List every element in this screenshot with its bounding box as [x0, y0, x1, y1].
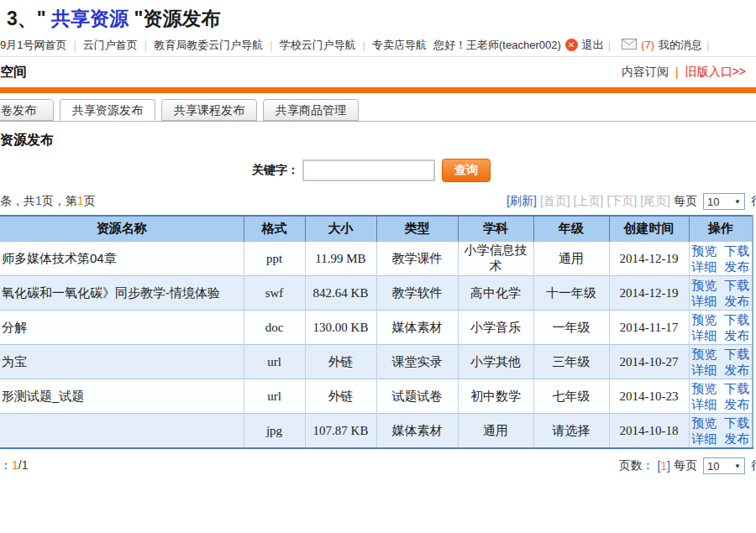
title-suffix: "资源发布: [129, 8, 220, 29]
detail-link[interactable]: 详细: [691, 431, 717, 447]
banner-separator: |: [675, 65, 679, 79]
download-link[interactable]: 下载: [724, 346, 749, 362]
table-row: 分解 doc 130.00 KB 媒体素材 小学音乐 一年级 2014-11-1…: [0, 311, 753, 345]
chevron-down-icon: ▼: [734, 462, 741, 470]
per-page-select[interactable]: 10▼: [703, 193, 745, 210]
current-page-number: 1: [12, 458, 18, 472]
search-bar: 关键字： 查询: [0, 156, 756, 185]
per-page-select-bottom[interactable]: 10▼: [703, 457, 745, 474]
preview-link[interactable]: 预览: [691, 380, 717, 396]
cell-grade: 一年级: [533, 311, 609, 345]
keyword-input[interactable]: [302, 159, 435, 181]
pager-summary-text: 条，共: [0, 194, 35, 207]
cell-name: 为宝: [0, 345, 244, 379]
detail-link[interactable]: 详细: [691, 327, 717, 343]
nav-link-portal[interactable]: 云门户首页: [76, 38, 144, 53]
preview-link[interactable]: 预览: [691, 243, 717, 259]
pager-top-controls: [刷新] [首页][上页][下页][尾页] 每页 10▼ 行: [507, 193, 756, 210]
cell-subject: 小学其他: [458, 345, 533, 379]
cell-subject: 初中数学: [458, 379, 533, 414]
cell-size: 842.64 KB: [305, 276, 376, 311]
tab-shared-goods-manage[interactable]: 共享商品管理: [263, 99, 359, 121]
detail-link[interactable]: 详细: [691, 259, 717, 274]
mail-icon: [622, 39, 637, 52]
refresh-link[interactable]: [刷新]: [507, 194, 537, 209]
preview-link[interactable]: 预览: [691, 277, 717, 293]
col-resource-name: 资源名称: [0, 216, 244, 242]
cell-grade: 通用: [533, 242, 609, 276]
cell-type: 媒体素材: [376, 311, 458, 345]
top-nav: 9月1号网首页| 云门户首页| 教育局教委云门户导航| 学校云门户导航| 专卖店…: [0, 34, 756, 57]
old-version-link[interactable]: 旧版入口>>: [685, 65, 746, 80]
total-pages-text: /1: [18, 458, 29, 472]
tab-bar: 卷发布共享资源发布共享课程发布共享商品管理: [0, 99, 756, 122]
cell-name: 形测试题_试题: [0, 379, 244, 414]
pager-current-page: 1: [77, 194, 84, 207]
cell-subject: 小学音乐: [458, 311, 533, 345]
publish-link[interactable]: 发布: [724, 327, 749, 343]
preview-link[interactable]: 预览: [691, 415, 717, 431]
cell-format: jpg: [244, 414, 305, 449]
nav-link-home[interactable]: 9月1号网首页: [0, 38, 73, 53]
content-subscribe-link[interactable]: 内容订阅: [622, 65, 669, 80]
cell-created: 2014-11-17: [609, 311, 689, 345]
tab-shared-course-publish[interactable]: 共享课程发布: [161, 99, 257, 121]
nav-link-store[interactable]: 专卖店导航: [365, 38, 433, 53]
cell-name: 氧化碳和一氧化碳》同步教学-情境体验: [0, 276, 244, 311]
publish-link[interactable]: 发布: [724, 293, 749, 309]
bracket-close: ]: [667, 459, 670, 473]
download-link[interactable]: 下载: [724, 380, 749, 396]
logout-link[interactable]: 退出: [582, 38, 604, 53]
pager-summary-text: 页: [84, 194, 96, 207]
col-format: 格式: [244, 216, 305, 242]
page-number: 1: [660, 459, 667, 473]
table-row: 氧化碳和一氧化碳》同步教学-情境体验 swf 842.64 KB 教学软件 高中…: [0, 276, 753, 311]
pager-bottom-summary: ：1/1: [0, 458, 28, 473]
nav-link-edu-bureau[interactable]: 教育局教委云门户导航: [147, 38, 270, 53]
publish-link[interactable]: 发布: [724, 431, 749, 447]
cell-size: 107.87 KB: [305, 414, 376, 449]
query-button[interactable]: 查询: [442, 159, 491, 182]
preview-link[interactable]: 预览: [691, 346, 717, 362]
my-messages-link[interactable]: 我的消息: [659, 38, 702, 53]
page-number-link[interactable]: [1]: [657, 459, 670, 473]
tab-shared-resource-publish[interactable]: 共享资源发布: [60, 99, 155, 121]
cell-grade: 三年级: [533, 345, 609, 379]
cell-format: url: [244, 379, 305, 414]
download-link[interactable]: 下载: [724, 415, 749, 431]
table-header-row: 资源名称 格式 大小 类型 学科 年级 创建时间 操作: [0, 216, 753, 242]
nav-separator: |: [608, 39, 611, 51]
detail-link[interactable]: 详细: [691, 396, 717, 412]
pager-top: 条，共1页，第1页 [刷新] [首页][上页][下页][尾页] 每页 10▼ 行: [0, 193, 756, 210]
col-actions: 操作: [689, 216, 753, 242]
pager-summary-text: 页，第: [42, 194, 77, 207]
publish-link[interactable]: 发布: [724, 396, 749, 412]
download-link[interactable]: 下载: [724, 311, 749, 327]
download-link[interactable]: 下载: [724, 243, 749, 259]
nav-link-school[interactable]: 学校云门户导航: [273, 38, 363, 53]
cell-format: doc: [244, 311, 305, 345]
detail-link[interactable]: 详细: [691, 362, 717, 378]
per-page-label: 每页: [674, 458, 697, 473]
keyword-label: 关键字：: [252, 163, 299, 178]
per-page-value: 10: [707, 196, 719, 208]
logout-icon[interactable]: ✕: [565, 39, 578, 51]
section-title: 资源发布: [0, 132, 756, 149]
cell-size: 130.00 KB: [305, 311, 376, 345]
chevron-down-icon: ▼: [734, 198, 741, 206]
cell-subject: 通用: [458, 414, 533, 449]
col-subject: 学科: [458, 216, 533, 242]
cell-type: 试题试卷: [376, 379, 458, 414]
tab-exam-publish[interactable]: 卷发布: [0, 99, 54, 121]
table-row: jpg 107.87 KB 媒体素材 通用 请选择 2014-10-18 预览下…: [0, 414, 753, 449]
cell-actions: 预览下载详细发布: [689, 311, 753, 345]
cell-type: 课堂实录: [376, 345, 458, 379]
preview-link[interactable]: 预览: [691, 311, 717, 327]
col-created: 创建时间: [609, 216, 689, 242]
publish-link[interactable]: 发布: [724, 259, 749, 274]
publish-link[interactable]: 发布: [724, 362, 749, 378]
next-page-link: [下页]: [606, 194, 637, 209]
detail-link[interactable]: 详细: [691, 293, 717, 309]
download-link[interactable]: 下载: [724, 277, 749, 293]
last-page-link: [尾页]: [640, 194, 670, 209]
